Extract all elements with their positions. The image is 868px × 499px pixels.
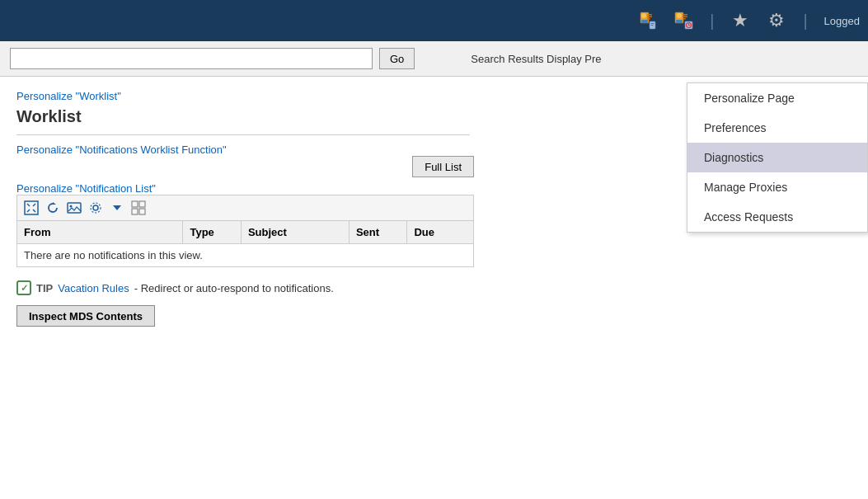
svg-rect-14	[683, 18, 686, 20]
image-icon[interactable]	[65, 199, 83, 217]
nav-icon-1-svg	[636, 9, 659, 32]
nav-icon-2[interactable]	[670, 7, 697, 34]
dropdown-arrow-icon[interactable]	[108, 199, 126, 217]
dropdown-item-preferences[interactable]: Preferences	[687, 113, 867, 143]
full-list-button[interactable]: Full List	[412, 156, 474, 177]
logged-in-label: Logged	[824, 15, 860, 27]
grid-icon[interactable]	[129, 199, 148, 217]
svg-rect-12	[683, 14, 687, 16]
search-results-label: Search Results Display Pre	[471, 53, 601, 65]
svg-point-27	[93, 205, 98, 210]
full-list-area: Full List	[16, 156, 474, 177]
svg-rect-32	[132, 209, 138, 214]
top-bar-icons: | ★ ⚙ | Logged	[634, 7, 860, 34]
favorites-icon[interactable]: ★	[727, 7, 753, 34]
notification-toolbar	[16, 195, 474, 220]
svg-point-26	[70, 205, 73, 208]
refresh-icon[interactable]	[44, 199, 62, 217]
svg-rect-11	[676, 20, 683, 23]
svg-rect-8	[651, 25, 654, 26]
search-bar: Go Search Results Display Pre Personaliz…	[0, 41, 868, 77]
tip-check-mark: ✓	[21, 283, 28, 294]
dropdown-item-manage-proxies[interactable]: Manage Proxies	[687, 172, 867, 202]
dropdown-item-diagnostics[interactable]: Diagnostics	[687, 143, 867, 172]
dropdown-menu: Personalize Page Preferences Diagnostics…	[687, 82, 868, 233]
nav-icon-1[interactable]	[634, 7, 660, 34]
table-empty-message: There are no notifications in this view.	[17, 244, 474, 267]
expand-icon[interactable]	[22, 199, 40, 217]
notification-table: From Type Subject Sent Due There are no …	[16, 220, 474, 267]
worklist-divider	[16, 134, 470, 135]
svg-rect-31	[139, 201, 145, 207]
svg-line-20	[27, 204, 30, 206]
svg-line-22	[27, 209, 30, 212]
svg-rect-30	[132, 201, 138, 207]
table-header-subject: Subject	[241, 221, 349, 244]
search-input[interactable]	[10, 48, 373, 69]
vacation-rules-link[interactable]: Vacation Rules	[58, 282, 129, 294]
table-header-type: Type	[183, 221, 242, 244]
svg-point-10	[677, 13, 682, 18]
svg-line-23	[33, 204, 35, 206]
svg-rect-25	[68, 203, 81, 213]
dropdown-item-access-requests[interactable]: Access Requests	[687, 202, 867, 232]
table-header-due: Due	[407, 221, 474, 244]
dropdown-item-personalize-page[interactable]: Personalize Page	[687, 83, 867, 113]
gear-svg: ⚙	[768, 10, 785, 31]
divider-1: |	[710, 12, 714, 31]
table-header-from: From	[17, 221, 183, 244]
svg-rect-2	[641, 20, 648, 23]
svg-rect-19	[25, 201, 38, 214]
svg-rect-3	[647, 14, 652, 16]
svg-rect-13	[683, 16, 687, 18]
divider-2: |	[803, 12, 807, 31]
settings-tool-icon[interactable]	[87, 199, 105, 217]
inspect-mds-button[interactable]: Inspect MDS Contents	[16, 305, 155, 327]
svg-rect-7	[651, 23, 655, 24]
top-bar: | ★ ⚙ | Logged	[0, 0, 868, 41]
table-row: There are no notifications in this view.	[17, 244, 474, 267]
svg-line-21	[33, 209, 35, 212]
svg-marker-29	[113, 205, 121, 210]
svg-marker-24	[53, 202, 56, 205]
nav-icon-2-svg	[672, 9, 695, 32]
personalize-worklist-link[interactable]: Personalize "Worklist"	[16, 90, 121, 102]
star-svg: ★	[732, 10, 748, 31]
svg-point-1	[641, 13, 646, 18]
svg-point-28	[91, 203, 101, 213]
svg-rect-4	[647, 16, 652, 18]
personalize-notif-worklist-link[interactable]: Personalize "Notifications Worklist Func…	[16, 144, 227, 156]
settings-icon[interactable]: ⚙	[763, 7, 790, 34]
tip-message: - Redirect or auto-respond to notificati…	[134, 282, 334, 294]
personalize-notif-list-link[interactable]: Personalize "Notification List"	[16, 182, 156, 195]
table-header-sent: Sent	[349, 221, 407, 244]
tip-check-icon: ✓	[16, 280, 31, 295]
svg-rect-33	[139, 209, 145, 214]
tip-area: ✓ TIP Vacation Rules - Redirect or auto-…	[16, 280, 852, 295]
go-button[interactable]: Go	[379, 48, 415, 69]
svg-rect-5	[647, 18, 650, 20]
tip-label: TIP	[36, 282, 53, 294]
